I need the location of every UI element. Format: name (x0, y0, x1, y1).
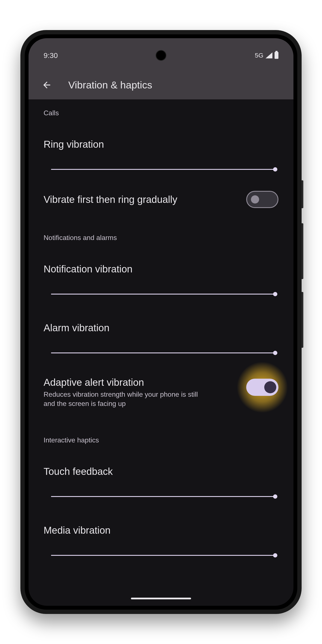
back-button[interactable] (40, 78, 53, 92)
vibrate-first-label: Vibrate first then ring gradually (44, 194, 246, 205)
content: Calls Ring vibration Vibrate first then … (28, 100, 294, 558)
battery-icon (274, 52, 278, 59)
vibrate-first-row[interactable]: Vibrate first then ring gradually (44, 172, 278, 208)
adaptive-alert-label: Adaptive alert vibration (44, 376, 246, 390)
section-calls-header: Calls (44, 100, 278, 121)
slider-track (51, 352, 275, 353)
vibrate-first-toggle[interactable] (246, 191, 278, 208)
ring-vibration-label: Ring vibration (44, 121, 278, 152)
toggle-knob (264, 381, 276, 393)
app-bar: Vibration & haptics (28, 70, 294, 100)
adaptive-alert-toggle[interactable] (246, 379, 278, 396)
slider-track (51, 496, 275, 497)
touch-feedback-label: Touch feedback (44, 448, 278, 479)
network-label: 5G (255, 52, 264, 59)
highlight-glow (246, 379, 278, 396)
alarm-vibration-slider[interactable] (51, 351, 275, 355)
slider-track (51, 555, 275, 556)
notification-vibration-label: Notification vibration (44, 246, 278, 277)
section-notifications-header: Notifications and alarms (44, 208, 278, 246)
section-interactive-header: Interactive haptics (44, 408, 278, 448)
status-time: 9:30 (44, 51, 58, 60)
signal-icon (266, 52, 272, 58)
slider-track (51, 169, 275, 170)
media-vibration-slider[interactable] (51, 553, 275, 558)
phone-frame: 9:30 5G Vibration & haptics Calls Ring v… (20, 30, 302, 614)
page-title: Vibration & haptics (68, 79, 152, 91)
slider-thumb[interactable] (273, 292, 277, 296)
toggle-knob (251, 195, 259, 204)
volume-down-button[interactable] (302, 292, 303, 348)
screen: 9:30 5G Vibration & haptics Calls Ring v… (28, 38, 294, 606)
slider-thumb[interactable] (273, 167, 277, 172)
slider-thumb[interactable] (273, 351, 277, 355)
alarm-vibration-label: Alarm vibration (44, 296, 278, 336)
back-arrow-icon (42, 80, 52, 90)
adaptive-alert-row[interactable]: Adaptive alert vibration Reduces vibrati… (44, 355, 278, 408)
adaptive-alert-subtitle: Reduces vibration strength while your ph… (44, 390, 246, 408)
slider-track (51, 294, 275, 294)
ring-vibration-slider[interactable] (51, 167, 275, 172)
notification-vibration-slider[interactable] (51, 292, 275, 296)
touch-feedback-slider[interactable] (51, 494, 275, 499)
slider-thumb[interactable] (273, 553, 277, 558)
camera-notch (156, 50, 166, 61)
status-icons: 5G (255, 52, 278, 59)
media-vibration-label: Media vibration (44, 499, 278, 538)
power-button[interactable] (302, 180, 303, 208)
volume-up-button[interactable] (302, 223, 303, 279)
slider-thumb[interactable] (273, 494, 277, 499)
phone-inner: 9:30 5G Vibration & haptics Calls Ring v… (25, 34, 297, 610)
home-indicator[interactable] (131, 598, 191, 599)
